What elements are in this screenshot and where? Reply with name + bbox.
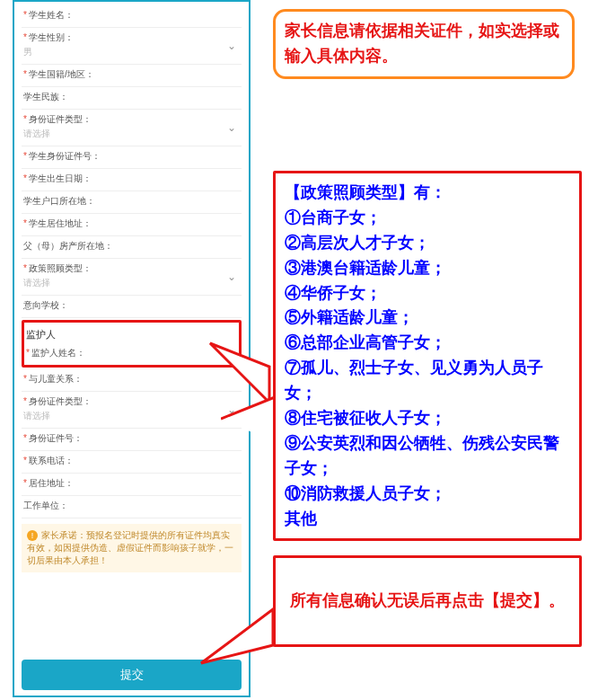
chevron-down-icon: ⌄	[227, 270, 236, 283]
label: 学生姓名：	[29, 10, 74, 20]
label: 学生性别：	[29, 32, 74, 42]
label: 监护人姓名：	[31, 348, 85, 358]
label: 身份证件类型：	[29, 114, 92, 124]
field-student-birthdate[interactable]: *学生出生日期：	[22, 169, 242, 191]
policy-line: 其他	[285, 507, 570, 532]
policy-line: ⑧住宅被征收人子女；	[285, 406, 570, 431]
field-student-gender[interactable]: *学生性别：男⌄	[22, 28, 242, 65]
field-student-name[interactable]: *学生姓名：	[22, 5, 242, 28]
callout-orange: 家长信息请依据相关证件，如实选择或输入具体内容。	[273, 9, 575, 79]
field-intended-school[interactable]: 意向学校：	[22, 296, 242, 318]
parent-declaration: !家长承诺：预报名登记时提供的所有证件均真实有效，如因提供伪造、虚假证件而影响孩…	[22, 524, 242, 572]
callout-policy-types: 【政策照顾类型】有：①台商子女；②高层次人才子女；③港澳台籍适龄儿童；④华侨子女…	[273, 171, 582, 541]
label: 学生民族：	[23, 92, 68, 102]
callout-confirm: 所有信息确认无误后再点击【提交】。	[273, 555, 582, 647]
field-student-id-number[interactable]: *学生身份证件号：	[22, 146, 242, 169]
field-relation[interactable]: *与儿童关系：	[22, 369, 242, 392]
value: 请选择	[23, 128, 240, 140]
guardian-highlight-box: 监护人 *监护人姓名：	[22, 320, 242, 368]
field-student-hukou[interactable]: 学生户口所在地：	[22, 191, 242, 214]
submit-bar: 提交	[22, 660, 242, 690]
policy-line: ③港澳台籍适龄儿童；	[285, 256, 570, 281]
label: 学生出生日期：	[29, 173, 92, 183]
chevron-down-icon: ⌄	[227, 121, 236, 134]
policy-line: ⑩消防救援人员子女；	[285, 482, 570, 507]
field-guardian-residence[interactable]: *居住地址：	[22, 474, 242, 496]
policy-line: ⑦孤儿、烈士子女、见义勇为人员子女；	[285, 356, 570, 406]
callout-confirm-text: 所有信息确认无误后再点击【提交】。	[290, 591, 565, 609]
chevron-down-icon: ⌄	[227, 40, 236, 52]
policy-line: ⑨公安英烈和因公牺牲、伤残公安民警子女；	[285, 431, 570, 482]
label: 工作单位：	[23, 501, 68, 510]
field-guardian-id-type[interactable]: *身份证件类型：请选择⌄	[22, 392, 242, 429]
field-guardian-phone[interactable]: *联系电话：	[22, 451, 242, 474]
field-id-type[interactable]: *身份证件类型：请选择⌄	[22, 110, 242, 146]
label: 身份证件号：	[29, 433, 83, 443]
value: 男	[23, 46, 240, 58]
chevron-down-icon: ⌄	[227, 403, 236, 416]
submit-button[interactable]: 提交	[22, 660, 242, 690]
label: 学生户口所在地：	[23, 196, 95, 206]
label: 意向学校：	[23, 300, 68, 310]
label: 学生身份证件号：	[29, 151, 101, 161]
callout-orange-text: 家长信息请依据相关证件，如实选择或输入具体内容。	[285, 22, 559, 65]
field-student-residence[interactable]: *学生居住地址：	[22, 214, 242, 236]
policy-line: ①台商子女；	[285, 206, 570, 231]
policy-line: ⑤外籍适龄儿童；	[285, 306, 570, 331]
field-guardian-id-number[interactable]: *身份证件号：	[22, 429, 242, 451]
policy-line: ④华侨子女；	[285, 281, 570, 306]
label: 与儿童关系：	[29, 374, 83, 384]
field-guardian-name[interactable]: *监护人姓名：	[24, 343, 239, 365]
mobile-form-panel: *学生姓名： *学生性别：男⌄ *学生国籍/地区： 学生民族： *身份证件类型：…	[13, 0, 251, 697]
field-student-ethnicity[interactable]: 学生民族：	[22, 87, 242, 110]
form-scroll-area: *学生姓名： *学生性别：男⌄ *学生国籍/地区： 学生民族： *身份证件类型：…	[14, 2, 249, 649]
field-parent-property[interactable]: 父（母）房产所在地：	[22, 236, 242, 259]
value: 请选择	[23, 277, 240, 289]
declaration-text: 家长承诺：预报名登记时提供的所有证件均真实有效，如因提供伪造、虚假证件而影响孩子…	[27, 530, 233, 565]
guardian-section-head: 监护人	[24, 323, 239, 343]
value: 请选择	[23, 410, 240, 422]
policy-line: ②高层次人才子女；	[285, 231, 570, 256]
field-policy-care-type[interactable]: *政策照顾类型：请选择⌄	[22, 259, 242, 296]
label: 父（母）房产所在地：	[23, 241, 113, 251]
label: 学生国籍/地区：	[29, 69, 94, 79]
label: 联系电话：	[29, 456, 74, 465]
label: 身份证件类型：	[29, 396, 92, 406]
policy-line: ⑥总部企业高管子女；	[285, 331, 570, 356]
warning-icon: !	[27, 530, 38, 541]
field-guardian-work[interactable]: 工作单位：	[22, 496, 242, 518]
label: 居住地址：	[29, 478, 74, 488]
field-student-nationality[interactable]: *学生国籍/地区：	[22, 65, 242, 87]
label: 政策照顾类型：	[29, 263, 92, 273]
label: 学生居住地址：	[29, 218, 92, 228]
policy-line: 【政策照顾类型】有：	[285, 181, 570, 206]
